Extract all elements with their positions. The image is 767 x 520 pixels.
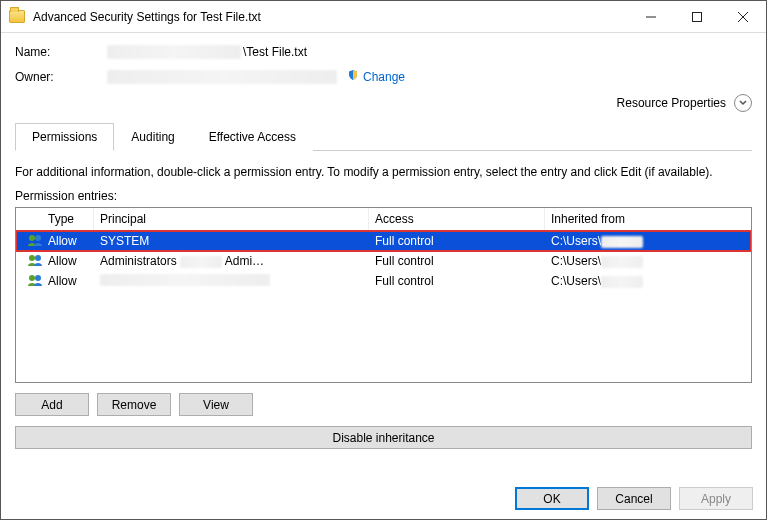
redacted-text (601, 236, 643, 248)
cell-access: Full control (369, 232, 545, 250)
svg-point-9 (35, 275, 41, 281)
table-row[interactable]: AllowSYSTEMFull controlC:\Users\ (16, 231, 751, 251)
info-text: For additional information, double-click… (15, 165, 752, 179)
row-icon (16, 231, 42, 252)
redacted-text (601, 276, 643, 288)
redacted-path (107, 45, 241, 59)
redacted-owner (107, 70, 337, 84)
cell-inherited: C:\Users\ (545, 232, 751, 250)
disable-inheritance-button[interactable]: Disable inheritance (15, 426, 752, 449)
name-label: Name: (15, 45, 107, 59)
owner-label: Owner: (15, 70, 107, 84)
entry-buttons-row: Add Remove View (15, 393, 752, 416)
tab-permissions[interactable]: Permissions (15, 123, 114, 151)
cell-access: Full control (369, 252, 545, 270)
cell-type: Allow (42, 232, 94, 250)
cell-access: Full control (369, 272, 545, 290)
name-value: \Test File.txt (107, 45, 307, 59)
cell-principal (94, 272, 369, 291)
ok-button[interactable]: OK (515, 487, 589, 510)
resource-properties-row: Resource Properties (15, 94, 752, 112)
folder-icon (9, 10, 25, 23)
cell-inherited: C:\Users\ (545, 252, 751, 270)
redacted-text (601, 256, 643, 268)
window-controls (628, 1, 766, 32)
shield-icon (347, 69, 359, 84)
footer-buttons: OK Cancel Apply (515, 487, 753, 510)
close-button[interactable] (720, 1, 766, 32)
name-suffix: \Test File.txt (243, 45, 307, 59)
permission-entries-label: Permission entries: (15, 189, 752, 203)
titlebar: Advanced Security Settings for Test File… (1, 1, 766, 33)
table-row[interactable]: AllowFull controlC:\Users\ (16, 271, 751, 291)
maximize-button[interactable] (674, 1, 720, 32)
apply-button: Apply (679, 487, 753, 510)
tab-auditing[interactable]: Auditing (114, 123, 191, 151)
window-title: Advanced Security Settings for Test File… (33, 10, 261, 24)
view-button[interactable]: View (179, 393, 253, 416)
table-row[interactable]: AllowAdministrators Admi…Full controlC:\… (16, 251, 751, 271)
cell-inherited: C:\Users\ (545, 272, 751, 290)
col-type[interactable]: Type (42, 208, 94, 230)
owner-value: Change (107, 69, 405, 84)
row-icon (16, 251, 42, 272)
svg-point-6 (29, 255, 35, 261)
cell-principal: SYSTEM (94, 232, 369, 250)
cell-principal: Administrators Admi… (94, 252, 369, 270)
svg-point-4 (29, 235, 35, 241)
change-owner-link[interactable]: Change (363, 70, 405, 84)
svg-point-8 (29, 275, 35, 281)
cancel-button[interactable]: Cancel (597, 487, 671, 510)
minimize-button[interactable] (628, 1, 674, 32)
table-body: AllowSYSTEMFull controlC:\Users\AllowAdm… (16, 231, 751, 291)
remove-button[interactable]: Remove (97, 393, 171, 416)
table-header: Type Principal Access Inherited from (16, 208, 751, 231)
svg-rect-1 (693, 12, 702, 21)
resource-properties-label: Resource Properties (617, 96, 726, 110)
redacted-text (180, 256, 222, 268)
col-inherited-from[interactable]: Inherited from (545, 208, 751, 230)
row-icon (16, 271, 42, 292)
svg-point-7 (35, 255, 41, 261)
cell-type: Allow (42, 272, 94, 290)
tabs: Permissions Auditing Effective Access (15, 122, 752, 151)
cell-type: Allow (42, 252, 94, 270)
name-row: Name: \Test File.txt (15, 45, 752, 59)
col-access[interactable]: Access (369, 208, 545, 230)
tab-effective-access[interactable]: Effective Access (192, 123, 313, 151)
owner-row: Owner: Change (15, 69, 752, 84)
content-area: Name: \Test File.txt Owner: Change Resou… (1, 33, 766, 449)
svg-point-5 (35, 235, 41, 241)
expand-resource-properties-button[interactable] (734, 94, 752, 112)
col-principal[interactable]: Principal (94, 208, 369, 230)
add-button[interactable]: Add (15, 393, 89, 416)
redacted-text (100, 274, 270, 286)
col-icon (16, 208, 42, 230)
permission-entries-table: Type Principal Access Inherited from All… (15, 207, 752, 383)
